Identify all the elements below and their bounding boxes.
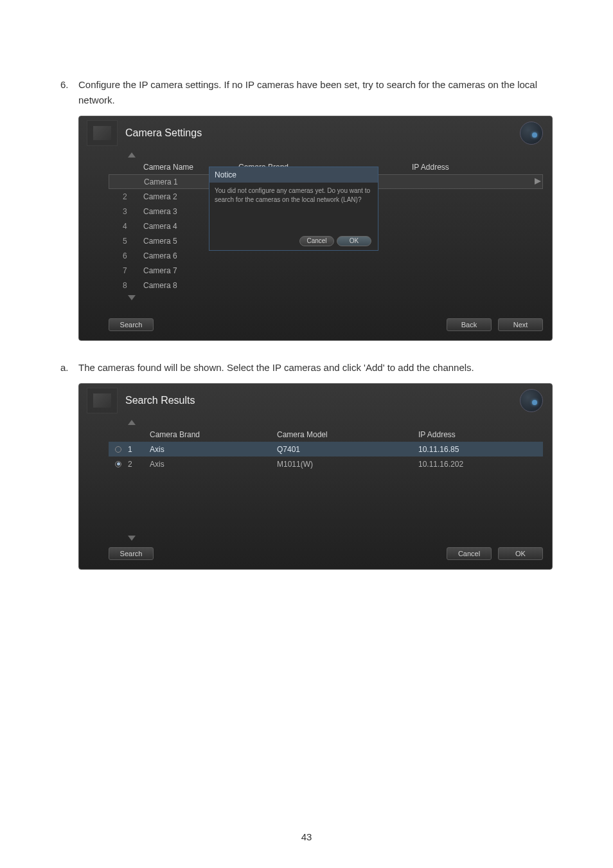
app-icon — [87, 388, 118, 413]
notice-dialog: Notice You did not configure any cameras… — [209, 167, 378, 251]
screen-title: Camera Settings — [125, 127, 202, 139]
back-button[interactable]: Back — [447, 318, 492, 331]
help-icon[interactable] — [520, 122, 543, 145]
dialog-message: You did not configure any cameras yet. D… — [215, 187, 370, 203]
help-icon[interactable] — [520, 389, 543, 412]
step-a-number: a. — [60, 360, 78, 375]
camera-row[interactable]: 8 Camera 8 — [109, 278, 543, 293]
dialog-cancel-button[interactable]: Cancel — [299, 236, 334, 246]
header-camera-brand: Camera Brand — [150, 430, 277, 439]
dialog-title: Notice — [209, 167, 378, 183]
screenshot-search-results: Search Results Camera Brand Camera Model… — [78, 383, 553, 570]
header-ip-address: IP Address — [418, 430, 508, 439]
dialog-ok-button[interactable]: OK — [337, 236, 371, 246]
screenshot-camera-settings: Camera Settings Camera Name Camera Brand… — [78, 116, 553, 341]
play-icon[interactable] — [535, 177, 542, 186]
step-6-number: 6. — [60, 77, 78, 108]
svg-marker-4 — [128, 536, 136, 541]
screenshot-header: Search Results — [79, 384, 552, 417]
cancel-button[interactable]: Cancel — [447, 547, 492, 560]
scroll-up-icon[interactable] — [128, 152, 136, 158]
radio-icon[interactable] — [115, 461, 121, 467]
search-button[interactable]: Search — [109, 547, 154, 560]
svg-marker-3 — [128, 420, 136, 425]
step-a-text: The cameras found will be shown. Select … — [78, 360, 553, 375]
svg-marker-2 — [128, 295, 136, 300]
result-row[interactable]: 1 Axis Q7401 10.11.16.85 — [109, 442, 543, 457]
step-6-text: Configure the IP camera settings. If no … — [78, 77, 553, 108]
results-table-header: Camera Brand Camera Model IP Address — [109, 428, 543, 442]
camera-row[interactable]: 7 Camera 7 — [109, 263, 543, 278]
scroll-up-icon[interactable] — [128, 420, 136, 425]
header-camera-model: Camera Model — [277, 430, 418, 439]
page-number: 43 — [0, 831, 613, 842]
scroll-down-icon[interactable] — [128, 536, 136, 541]
scroll-down-icon[interactable] — [128, 295, 136, 300]
radio-icon[interactable] — [115, 446, 121, 453]
app-icon — [87, 120, 118, 146]
screenshot-header: Camera Settings — [79, 116, 552, 150]
step-a: a. The cameras found will be shown. Sele… — [60, 360, 553, 375]
search-button[interactable]: Search — [109, 318, 154, 331]
header-ip-address: IP Address — [412, 163, 489, 172]
step-6: 6. Configure the IP camera settings. If … — [60, 77, 553, 108]
result-row[interactable]: 2 Axis M1011(W) 10.11.16.202 — [109, 457, 543, 471]
svg-marker-1 — [535, 178, 541, 185]
next-button[interactable]: Next — [498, 318, 543, 331]
screen-title: Search Results — [125, 395, 195, 406]
svg-marker-0 — [128, 152, 136, 158]
ok-button[interactable]: OK — [498, 547, 543, 560]
